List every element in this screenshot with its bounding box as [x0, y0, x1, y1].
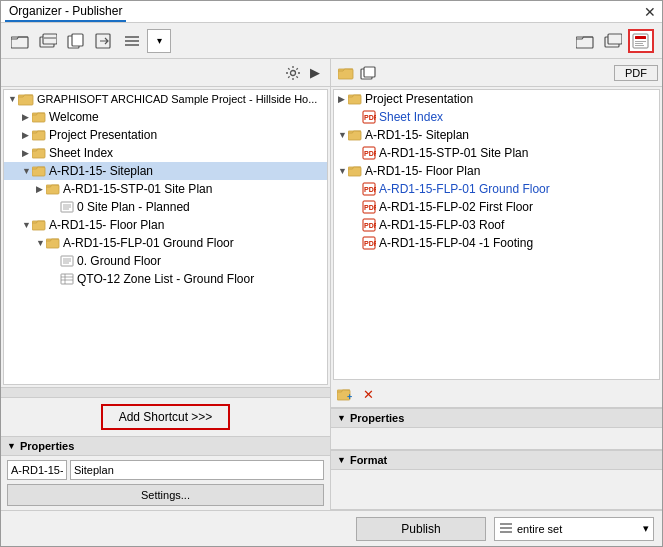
tree-item-label: A-RD1-15- Floor Plan [49, 218, 164, 232]
right-format-content [331, 470, 662, 510]
tree-item[interactable]: ▶ Welcome [4, 108, 327, 126]
svg-rect-40 [364, 67, 375, 77]
settings-button[interactable]: Settings... [7, 484, 324, 506]
main-content: ▶ ▼ GRAPHISOFT ARCHICAD Sample Project -… [1, 59, 662, 510]
svg-rect-23 [46, 185, 59, 194]
settings-gear-button[interactable] [282, 62, 304, 84]
right-format-header[interactable]: ▼ Format [331, 450, 662, 470]
tree-item[interactable]: ▶ Project Presentation [4, 126, 327, 144]
prefix-field[interactable] [7, 460, 67, 480]
svg-rect-28 [32, 221, 45, 230]
tree-item-label: A-RD1-15-FLP-02 First Floor [379, 200, 533, 214]
tree-arrow: ▼ [22, 220, 32, 230]
pdf-label: PDF [614, 65, 658, 81]
list-view-button[interactable] [119, 29, 145, 53]
add-shortcut-button[interactable]: Add Shortcut >>> [101, 404, 231, 430]
svg-rect-38 [338, 69, 353, 79]
right-publish-set-button[interactable] [628, 29, 654, 53]
tree-item[interactable]: ▼ GRAPHISOFT ARCHICAD Sample Project - H… [4, 90, 327, 108]
properties-row [7, 460, 324, 480]
name-field[interactable] [70, 460, 324, 480]
organizer-publisher-window: Organizer - Publisher ✕ [0, 0, 663, 547]
svg-rect-41 [348, 95, 361, 104]
export-button[interactable] [91, 29, 117, 53]
close-button[interactable]: ✕ [642, 4, 658, 20]
tree-item[interactable]: PDF A-RD1-15-STP-01 Site Plan [334, 144, 659, 162]
tree-arrow: ▶ [22, 112, 32, 122]
tree-item-label: A-RD1-15- Floor Plan [365, 164, 480, 178]
tree-item-label: A-RD1-15-FLP-01 Ground Floor [63, 236, 234, 250]
properties-header[interactable]: ▼ Properties [1, 437, 330, 456]
left-hscrollbar[interactable] [1, 387, 330, 397]
tree-item[interactable]: PDF A-RD1-15-FLP-04 -1 Footing [334, 234, 659, 252]
tree-item[interactable]: ▼ A-RD1-15- Siteplan [334, 126, 659, 144]
left-panel: ▶ ▼ GRAPHISOFT ARCHICAD Sample Project -… [1, 59, 331, 510]
tree-arrow: ▶ [22, 148, 32, 158]
tree-item[interactable]: ▶ Sheet Index [4, 144, 327, 162]
svg-rect-21 [32, 149, 45, 158]
svg-text:PDF: PDF [364, 240, 376, 247]
left-expand-button[interactable]: ▶ [304, 62, 326, 84]
right-new-button[interactable] [600, 29, 626, 53]
tree-item-label: QTO-12 Zone List - Ground Floor [77, 272, 254, 286]
right-subtoolbar: PDF [331, 59, 662, 87]
tree-item-label: A-RD1-15-FLP-03 Roof [379, 218, 504, 232]
tree-item[interactable]: ▶ Project Presentation [334, 90, 659, 108]
tree-item-label: Project Presentation [365, 92, 473, 106]
right-action-bar: + ✕ [331, 382, 662, 408]
svg-rect-14 [635, 41, 646, 42]
svg-text:PDF: PDF [364, 150, 376, 157]
dropdown-arrow-icon: ▾ [643, 522, 649, 535]
tree-arrow: ▼ [22, 166, 32, 176]
right-copy-button[interactable] [357, 62, 379, 84]
tree-item-siteplan[interactable]: ▼ A-RD1-15- Siteplan [4, 162, 327, 180]
svg-rect-29 [46, 239, 59, 248]
svg-rect-18 [18, 95, 33, 105]
svg-rect-47 [348, 167, 361, 176]
add-to-set-button[interactable]: + [335, 385, 357, 405]
tree-arrow: ▼ [338, 130, 348, 140]
entire-set-dropdown[interactable]: entire set ▾ [494, 517, 654, 541]
right-properties-content [331, 428, 662, 450]
svg-rect-34 [61, 274, 73, 284]
right-tree[interactable]: ▶ Project Presentation PDF Sheet Index ▼ [333, 89, 660, 380]
tree-item-label: Sheet Index [49, 146, 113, 160]
copy-button[interactable] [63, 29, 89, 53]
right-folder-new-button[interactable] [335, 62, 357, 84]
svg-text:PDF: PDF [364, 186, 376, 193]
new-folder-button[interactable] [7, 29, 33, 53]
properties-content: Settings... [1, 456, 330, 510]
tree-item-label: A-RD1-15-STP-01 Site Plan [379, 146, 528, 160]
svg-rect-16 [635, 45, 644, 46]
tree-item-label: Sheet Index [379, 110, 443, 124]
tree-item-label: A-RD1-15-FLP-04 -1 Footing [379, 236, 533, 250]
toolbar-dropdown-button[interactable]: ▾ [147, 29, 171, 53]
right-properties-header[interactable]: ▼ Properties [331, 408, 662, 428]
tree-item[interactable]: PDF A-RD1-15-FLP-01 Ground Floor [334, 180, 659, 198]
window-title: Organizer - Publisher [5, 2, 126, 22]
section-collapse-arrow: ▼ [337, 455, 346, 465]
tree-item[interactable]: ▼ A-RD1-15-FLP-01 Ground Floor [4, 234, 327, 252]
delete-button[interactable]: ✕ [357, 385, 379, 405]
tree-item[interactable]: ▶ A-RD1-15-STP-01 Site Plan [4, 180, 327, 198]
publish-button[interactable]: Publish [356, 517, 486, 541]
new-subset-button[interactable] [35, 29, 61, 53]
left-tree[interactable]: ▼ GRAPHISOFT ARCHICAD Sample Project - H… [3, 89, 328, 385]
title-bar: Organizer - Publisher ✕ [1, 1, 662, 23]
tree-item-label: GRAPHISOFT ARCHICAD Sample Project - Hil… [37, 93, 317, 105]
right-toolbar-left [335, 62, 379, 84]
tree-item[interactable]: 0. Ground Floor [4, 252, 327, 270]
tree-item[interactable]: PDF A-RD1-15-FLP-02 First Floor [334, 198, 659, 216]
svg-rect-19 [32, 113, 45, 122]
right-folder-button[interactable] [572, 29, 598, 53]
tree-item[interactable]: ▼ A-RD1-15- Floor Plan [334, 162, 659, 180]
tree-item[interactable]: PDF Sheet Index [334, 108, 659, 126]
tree-item[interactable]: QTO-12 Zone List - Ground Floor [4, 270, 327, 288]
svg-text:PDF: PDF [364, 204, 376, 211]
entire-set-label: entire set [517, 523, 643, 535]
tree-arrow-root: ▼ [8, 94, 18, 104]
tree-item[interactable]: 0 Site Plan - Planned [4, 198, 327, 216]
tree-item[interactable]: ▼ A-RD1-15- Floor Plan [4, 216, 327, 234]
tree-item[interactable]: PDF A-RD1-15-FLP-03 Roof [334, 216, 659, 234]
right-properties-label: Properties [350, 412, 404, 424]
